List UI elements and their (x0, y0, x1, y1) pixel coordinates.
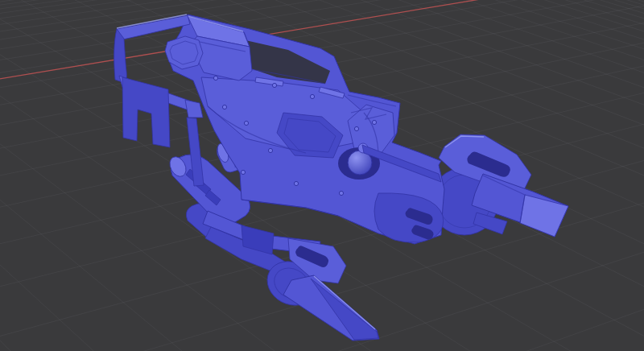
3d-viewport[interactable] (0, 0, 644, 351)
model-canvas[interactable] (0, 0, 644, 351)
lower-skid-assembly[interactable] (203, 211, 379, 341)
